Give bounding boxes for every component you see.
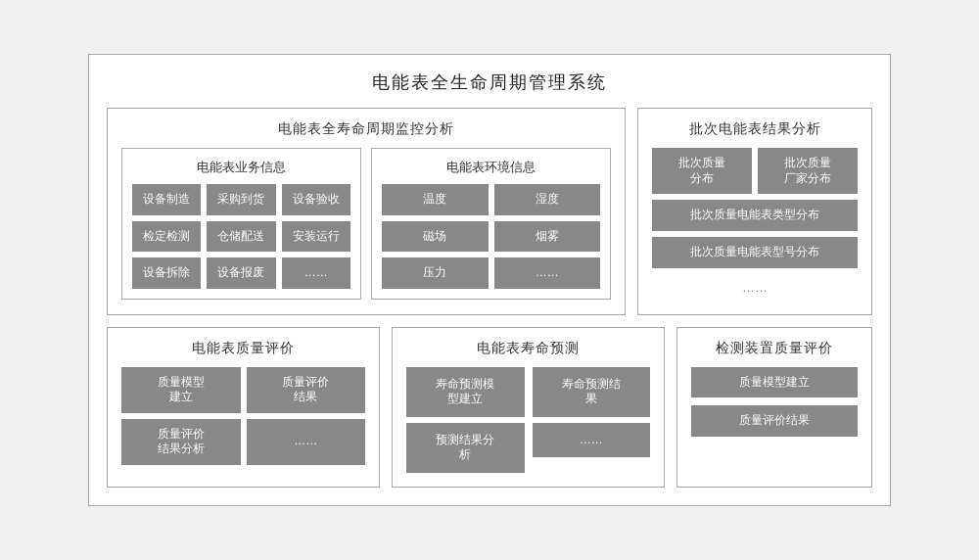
btn-batch-type-dist[interactable]: 批次质量电能表类型分布 bbox=[652, 200, 858, 231]
panel-lifecycle: 电能表全寿命周期监控分析 电能表业务信息 设备制造 采购到货 设备验收 检定检测… bbox=[107, 108, 626, 314]
lifespan-inner: 寿命预测模型建立 预测结果分析 寿命预测结果 …… bbox=[406, 367, 650, 473]
lifecycle-inner: 电能表业务信息 设备制造 采购到货 设备验收 检定检测 仓储配送 安装运行 设备… bbox=[121, 148, 611, 300]
panel-batch: 批次电能表结果分析 批次质量 分布 批次质量 厂家分布 批次质量电能表类型分布 … bbox=[637, 108, 872, 314]
btn-lifespan-model[interactable]: 寿命预测模型建立 bbox=[406, 367, 525, 417]
batch-row1: 批次质量 分布 批次质量 厂家分布 bbox=[652, 148, 858, 194]
panel-lifespan: 电能表寿命预测 寿命预测模型建立 预测结果分析 寿命预测结果 …… bbox=[392, 327, 665, 488]
btn-install[interactable]: 安装运行 bbox=[282, 221, 350, 253]
batch-model-row: 批次质量电能表型号分布 bbox=[652, 237, 858, 268]
btn-more-env[interactable]: …… bbox=[494, 257, 601, 289]
btn-calibrate[interactable]: 检定检测 bbox=[132, 221, 201, 253]
btn-quality-model[interactable]: 质量模型建立 bbox=[121, 367, 241, 413]
panel-device: 检测装置质量评价 质量模型建立 质量评价结果 bbox=[676, 327, 872, 488]
lifespan-title: 电能表寿命预测 bbox=[406, 340, 650, 357]
btn-humidity[interactable]: 湿度 bbox=[494, 184, 601, 215]
lifecycle-title: 电能表全寿命周期监控分析 bbox=[121, 120, 611, 138]
btn-acceptance[interactable]: 设备验收 bbox=[282, 184, 350, 215]
btn-scrap[interactable]: 设备报废 bbox=[207, 257, 275, 289]
btn-pressure[interactable]: 压力 bbox=[382, 257, 489, 289]
btn-lifespan-predict-analysis[interactable]: 预测结果分析 bbox=[406, 423, 525, 473]
btn-quality-result[interactable]: 质量评价结果 bbox=[247, 367, 366, 413]
business-grid: 设备制造 采购到货 设备验收 检定检测 仓储配送 安装运行 设备拆除 设备报废 … bbox=[132, 184, 350, 289]
lifespan-col-left: 寿命预测模型建立 预测结果分析 bbox=[406, 367, 525, 473]
environment-subtitle: 电能表环境信息 bbox=[382, 159, 600, 176]
btn-quality-more[interactable]: …… bbox=[247, 419, 366, 465]
btn-magnetic[interactable]: 磁场 bbox=[382, 221, 489, 253]
environment-grid: 温度 湿度 磁场 烟雾 压力 …… bbox=[382, 184, 600, 289]
batch-type-row: 批次质量电能表类型分布 bbox=[652, 200, 858, 231]
business-sub: 电能表业务信息 设备制造 采购到货 设备验收 检定检测 仓储配送 安装运行 设备… bbox=[121, 148, 361, 300]
lifespan-col-right: 寿命预测结果 …… bbox=[533, 367, 651, 473]
business-subtitle: 电能表业务信息 bbox=[132, 159, 350, 176]
btn-batch-model-dist[interactable]: 批次质量电能表型号分布 bbox=[652, 237, 858, 268]
btn-storage[interactable]: 仓储配送 bbox=[207, 221, 275, 253]
panel-quality: 电能表质量评价 质量模型建立 质量评价结果 质量评价结果分析 …… bbox=[107, 327, 380, 488]
btn-device-result[interactable]: 质量评价结果 bbox=[691, 405, 858, 437]
device-title: 检测装置质量评价 bbox=[691, 340, 858, 357]
batch-dots: …… bbox=[652, 274, 858, 301]
btn-batch-factory-dist[interactable]: 批次质量 厂家分布 bbox=[758, 148, 858, 194]
bottom-row: 电能表质量评价 质量模型建立 质量评价结果 质量评价结果分析 …… 电能表寿命预… bbox=[107, 327, 872, 488]
btn-device-model[interactable]: 质量模型建立 bbox=[691, 367, 858, 398]
btn-batch-quality-dist[interactable]: 批次质量 分布 bbox=[652, 148, 752, 194]
quality-grid: 质量模型建立 质量评价结果 质量评价结果分析 …… bbox=[121, 367, 365, 465]
btn-quality-analysis[interactable]: 质量评价结果分析 bbox=[121, 419, 241, 465]
btn-smoke[interactable]: 烟雾 bbox=[494, 221, 601, 253]
batch-title: 批次电能表结果分析 bbox=[652, 120, 858, 138]
btn-device-mfg[interactable]: 设备制造 bbox=[132, 184, 201, 215]
quality-title: 电能表质量评价 bbox=[121, 340, 365, 357]
page-title: 电能表全生命周期管理系统 bbox=[107, 70, 872, 94]
btn-dismantle[interactable]: 设备拆除 bbox=[132, 257, 201, 289]
btn-lifespan-result[interactable]: 寿命预测结果 bbox=[533, 367, 651, 417]
btn-lifespan-more[interactable]: …… bbox=[533, 423, 651, 458]
btn-more-business[interactable]: …… bbox=[282, 257, 350, 289]
device-btns: 质量模型建立 质量评价结果 bbox=[691, 367, 858, 437]
top-row: 电能表全寿命周期监控分析 电能表业务信息 设备制造 采购到货 设备验收 检定检测… bbox=[107, 108, 872, 314]
btn-temperature[interactable]: 温度 bbox=[382, 184, 489, 215]
environment-sub: 电能表环境信息 温度 湿度 磁场 烟雾 压力 …… bbox=[371, 148, 611, 300]
btn-purchase[interactable]: 采购到货 bbox=[207, 184, 275, 215]
main-container: 电能表全生命周期管理系统 电能表全寿命周期监控分析 电能表业务信息 设备制造 采… bbox=[88, 54, 891, 506]
